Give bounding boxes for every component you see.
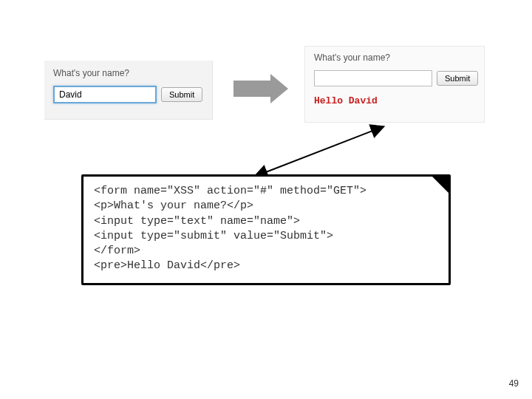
name-input-before[interactable]: [53, 86, 157, 103]
form-before-label: What's your name?: [53, 68, 203, 78]
code-content: <form name="XSS" action="#" method="GET"…: [94, 184, 438, 274]
svg-line-0: [260, 129, 378, 174]
hello-output: Hello David: [314, 95, 475, 106]
code-line: <input type="submit" value="Submit">: [94, 230, 333, 242]
arrow-right-icon: [233, 74, 288, 103]
code-line: <input type="text" name="name">: [94, 215, 300, 228]
form-after: What's your name? Submit Hello David: [304, 46, 485, 123]
form-after-label: What's your name?: [314, 52, 475, 63]
code-line: </form>: [94, 245, 140, 257]
form-before-row: Submit: [53, 86, 203, 103]
slide: What's your name? Submit What's your nam…: [0, 0, 532, 399]
submit-button-after[interactable]: Submit: [437, 71, 478, 86]
form-after-row: Submit: [314, 70, 475, 86]
code-line: <pre>Hello David</pre>: [94, 259, 240, 272]
code-box: <form name="XSS" action="#" method="GET"…: [81, 174, 451, 285]
form-before: What's your name? Submit: [44, 61, 213, 120]
name-input-after[interactable]: [314, 70, 432, 86]
page-number: 49: [509, 378, 519, 389]
submit-button-before[interactable]: Submit: [161, 87, 202, 102]
code-line: <p>What's your name?</p>: [94, 200, 253, 212]
code-line: <form name="XSS" action="#" method="GET"…: [94, 185, 366, 197]
double-arrow-icon: [253, 123, 386, 182]
